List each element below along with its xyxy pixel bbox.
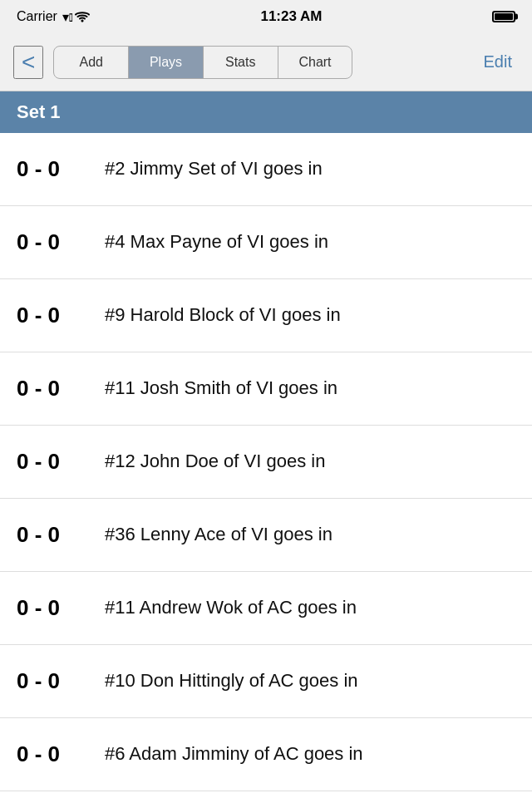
segmented-control: Add Plays Stats Chart: [53, 46, 352, 79]
play-description: #36 Lenny Ace of VI goes in: [91, 523, 332, 547]
battery-indicator: [492, 11, 515, 22]
status-bar: Carrier ▾𝅚 11:23 AM: [0, 0, 532, 33]
play-description: #12 John Doe of VI goes in: [91, 450, 325, 474]
play-description: #6 Adam Jimminy of AC goes in: [91, 742, 363, 766]
wifi-icon: ▾𝅚: [62, 9, 69, 25]
status-time: 11:23 AM: [260, 8, 322, 25]
play-score: 0 - 0: [17, 303, 91, 328]
section-header: Set 1: [0, 91, 532, 133]
play-list: 0 - 0#2 Jimmy Set of VI goes in0 - 0#4 M…: [0, 133, 532, 791]
play-row[interactable]: 0 - 0#4 Max Payne of VI goes in: [0, 206, 532, 279]
play-description: #4 Max Payne of VI goes in: [91, 230, 328, 254]
battery-fill: [495, 13, 513, 20]
play-score: 0 - 0: [17, 522, 91, 548]
play-description: #2 Jimmy Set of VI goes in: [91, 157, 323, 181]
carrier-label: Carrier ▾𝅚: [17, 9, 91, 25]
section-title: Set 1: [17, 101, 61, 123]
back-button[interactable]: <: [13, 46, 43, 79]
play-row[interactable]: 0 - 0#36 Lenny Ace of VI goes in: [0, 499, 532, 572]
play-row[interactable]: 0 - 0#9 Harold Block of VI goes in: [0, 279, 532, 352]
carrier-text: Carrier: [17, 9, 57, 24]
play-row[interactable]: 0 - 0#11 Andrew Wok of AC goes in: [0, 572, 532, 645]
tab-stats[interactable]: Stats: [204, 47, 278, 78]
play-score: 0 - 0: [17, 595, 91, 621]
tab-plays[interactable]: Plays: [129, 47, 204, 78]
play-description: #11 Andrew Wok of AC goes in: [91, 596, 357, 620]
svg-point-0: [81, 20, 83, 22]
play-row[interactable]: 0 - 0#2 Jimmy Set of VI goes in: [0, 133, 532, 206]
play-score: 0 - 0: [17, 229, 91, 255]
tab-add[interactable]: Add: [54, 47, 129, 78]
play-score: 0 - 0: [17, 156, 91, 182]
play-score: 0 - 0: [17, 449, 91, 475]
battery-box: [492, 11, 515, 22]
play-row[interactable]: 0 - 0#10 Don Hittingly of AC goes in: [0, 645, 532, 718]
play-row[interactable]: 0 - 0#11 Josh Smith of VI goes in: [0, 352, 532, 426]
play-description: #10 Don Hittingly of AC goes in: [91, 669, 358, 693]
nav-bar: < Add Plays Stats Chart Edit: [0, 33, 532, 91]
edit-button[interactable]: Edit: [477, 49, 519, 75]
play-row[interactable]: 0 - 0#6 Adam Jimminy of AC goes in: [0, 718, 532, 791]
tab-chart[interactable]: Chart: [278, 47, 352, 78]
wifi-symbol: [74, 11, 91, 22]
play-description: #11 Josh Smith of VI goes in: [91, 377, 337, 401]
play-description: #9 Harold Block of VI goes in: [91, 303, 341, 328]
play-score: 0 - 0: [17, 668, 91, 694]
play-score: 0 - 0: [17, 376, 91, 401]
play-row[interactable]: 0 - 0#12 John Doe of VI goes in: [0, 426, 532, 499]
play-score: 0 - 0: [17, 741, 91, 767]
